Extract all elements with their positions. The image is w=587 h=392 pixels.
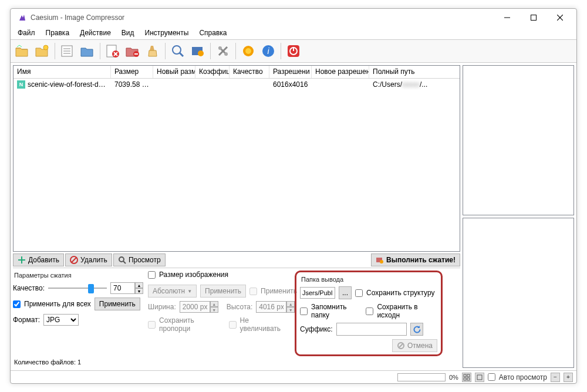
spin-up-icon[interactable]: ▲: [135, 282, 143, 288]
preview-button[interactable]: Просмотр: [113, 254, 166, 266]
remove-item-icon[interactable]: [103, 42, 122, 60]
titlebar: Caesium - Image Compressor: [11, 9, 576, 26]
svg-point-19: [218, 46, 222, 50]
col-resolution[interactable]: Разрешени: [269, 66, 312, 78]
browse-button[interactable]: ...: [339, 286, 352, 299]
close-button[interactable]: [546, 9, 573, 26]
file-table[interactable]: Имя Размер Новый разм Коэффици Качество …: [13, 65, 460, 252]
save-list-icon[interactable]: [78, 42, 97, 60]
svg-line-33: [123, 261, 126, 263]
fit-icon[interactable]: [462, 373, 471, 382]
list-actions: Добавить Удалить Просмотр Выполнить сжат…: [13, 252, 460, 268]
statusbar: 0% Авто просмотр − +: [11, 370, 576, 383]
website-icon[interactable]: [239, 42, 258, 60]
preview-original: [463, 65, 574, 215]
file-count-label: Количество файлов: 1: [13, 356, 460, 368]
col-newsize[interactable]: Новый разм: [153, 66, 195, 78]
panel-title: Размер изображения: [159, 271, 228, 279]
remove-folder-icon[interactable]: [123, 42, 142, 60]
actual-size-icon[interactable]: [475, 373, 484, 382]
window-title: Caesium - Image Compressor: [31, 13, 494, 22]
toolbar: i: [11, 39, 576, 63]
dimensions-panel: Размер изображения Абсолютн ▼ Применить …: [148, 271, 290, 356]
clear-icon[interactable]: [143, 42, 162, 60]
output-path-input[interactable]: [300, 287, 335, 299]
col-newres[interactable]: Новое разрешен: [312, 66, 369, 78]
svg-rect-41: [467, 378, 470, 380]
save-source-checkbox[interactable]: [366, 307, 373, 315]
svg-point-4: [43, 45, 48, 50]
suffix-input[interactable]: [336, 323, 407, 336]
spin-down-icon[interactable]: ▼: [135, 288, 143, 294]
maximize-button[interactable]: [520, 9, 546, 26]
cell-resolution: 6016x4016: [269, 79, 312, 90]
svg-rect-39: [467, 374, 470, 377]
power-icon[interactable]: [284, 42, 303, 60]
compress-icon[interactable]: [188, 42, 207, 60]
menu-view[interactable]: Вид: [117, 28, 139, 38]
menu-tools[interactable]: Инструменты: [140, 28, 194, 38]
keep-structure-checkbox[interactable]: [355, 289, 363, 297]
output-panel: Папка вывода ... Сохранить структуру Зап…: [295, 271, 443, 356]
col-path[interactable]: Полный путь: [369, 66, 434, 78]
col-quality[interactable]: Качество: [230, 66, 269, 78]
quality-label: Качество:: [13, 284, 45, 292]
cell-size: 7039.58 Kb: [111, 79, 153, 90]
svg-rect-42: [477, 375, 482, 380]
reset-suffix-button[interactable]: [410, 323, 423, 336]
settings-icon[interactable]: [214, 42, 232, 60]
quality-slider[interactable]: [48, 283, 107, 293]
info-icon[interactable]: i: [259, 42, 278, 60]
save-source-label: Сохранить в исходн: [377, 303, 437, 319]
open-folder-icon[interactable]: [33, 42, 52, 60]
app-window: Caesium - Image Compressor Файл Правка Д…: [10, 8, 577, 384]
col-size[interactable]: Размер: [111, 66, 153, 78]
width-spinbox[interactable]: ▲▼: [180, 301, 218, 313]
svg-rect-38: [464, 374, 466, 377]
preview-compressed: [463, 218, 574, 368]
auto-preview-label: Авто просмотр: [499, 373, 547, 381]
apply-quality-button[interactable]: Применить: [95, 298, 140, 310]
zoom-in-icon[interactable]: +: [564, 373, 573, 382]
zoom-out-icon[interactable]: −: [551, 373, 560, 382]
compression-panel: Параметры сжатия Качество: ▲▼ Применить …: [13, 271, 143, 356]
resize-checkbox[interactable]: [148, 271, 156, 279]
svg-point-20: [224, 52, 228, 56]
col-ratio[interactable]: Коэффици: [195, 66, 230, 78]
table-row[interactable]: Nscenic-view-of-forest-du... 7039.58 Kb …: [14, 79, 460, 90]
quality-spinbox[interactable]: ▲▼: [110, 282, 143, 294]
height-spinbox[interactable]: ▲▼: [256, 301, 295, 313]
table-header: Имя Размер Новый разм Коэффици Качество …: [14, 66, 460, 79]
svg-point-32: [119, 257, 124, 262]
apply-dims-button[interactable]: Применить: [200, 285, 246, 298]
menu-help[interactable]: Справка: [194, 28, 231, 38]
cell-path: C:/Users/xxxxx/...: [369, 79, 434, 90]
absolute-button[interactable]: Абсолютн ▼: [148, 285, 197, 298]
zoom-icon[interactable]: [168, 42, 187, 60]
apply-dims-checkbox[interactable]: [249, 288, 257, 295]
menu-file[interactable]: Файл: [13, 28, 40, 38]
col-name[interactable]: Имя: [14, 66, 111, 78]
menu-edit[interactable]: Правка: [41, 28, 75, 38]
progress-percent: 0%: [449, 374, 458, 381]
auto-preview-checkbox[interactable]: [488, 373, 495, 381]
open-file-icon[interactable]: [13, 42, 32, 60]
progress-bar: [397, 373, 446, 381]
menu-action[interactable]: Действие: [75, 28, 116, 38]
add-button[interactable]: Добавить: [13, 254, 64, 266]
keep-ratio-checkbox[interactable]: [148, 321, 156, 329]
cancel-button[interactable]: Отмена: [392, 339, 437, 352]
keep-structure-label: Сохранить структуру: [366, 289, 434, 297]
format-label: Формат:: [13, 316, 40, 324]
format-select[interactable]: JPG: [43, 314, 79, 326]
apply-all-checkbox[interactable]: [13, 300, 21, 308]
compress-button[interactable]: Выполнить сжатие!: [371, 254, 460, 266]
list-icon[interactable]: [58, 42, 77, 60]
svg-point-35: [380, 260, 383, 263]
remember-folder-checkbox[interactable]: [300, 307, 308, 315]
no-enlarge-checkbox[interactable]: [229, 321, 237, 329]
minimize-button[interactable]: [494, 9, 520, 26]
svg-line-37: [399, 344, 403, 347]
file-type-icon: N: [17, 80, 25, 89]
remove-button[interactable]: Удалить: [65, 254, 112, 266]
